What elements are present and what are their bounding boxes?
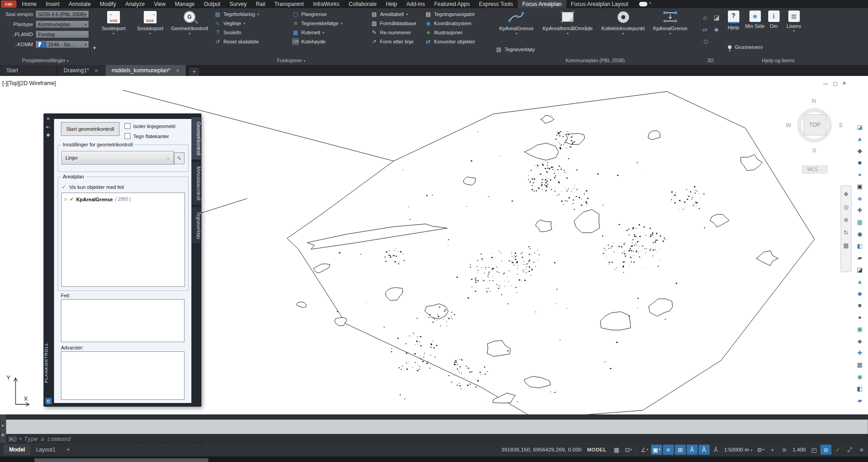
plangrense-button[interactable]: ▢ Plangrense <box>292 10 342 19</box>
tegningsnavigator-button[interactable]: ▤ Tegningsnavigator <box>425 10 475 19</box>
menu-item[interactable]: Featured Apps <box>429 0 474 8</box>
side-tool-icon[interactable]: ■ <box>858 159 862 166</box>
chevron-down-icon[interactable]: ▾ <box>649 1 651 8</box>
rutenett-button[interactable]: ▦ Rutenett▾ <box>292 28 342 37</box>
konverter-objekter-button[interactable]: ⇄ Konverter objekter <box>425 37 475 46</box>
kotehoyde-button[interactable]: 1.23 Kotehøyde <box>292 37 342 46</box>
side-tool-icon[interactable]: ▦ <box>857 219 863 226</box>
close-icon[interactable]: ✕ <box>46 116 50 121</box>
3d-tool-icon[interactable]: ◇ <box>702 37 710 45</box>
isolate-objects-icon[interactable]: ⊘ <box>820 445 831 455</box>
3d-tool-icon[interactable]: ◪ <box>712 13 721 21</box>
expand-icon[interactable]: ▷ <box>65 197 67 201</box>
window-control-icon[interactable]: ✕ <box>842 81 846 86</box>
sosi-versjon-select[interactable]: SOSI 4.5 (PBL 2008) ▾ <box>36 11 89 18</box>
model-space-toggle[interactable]: MODEL <box>587 447 606 452</box>
tab-layout1[interactable]: Layout1 <box>31 444 61 455</box>
isoler-linjegeometri-checkbox[interactable]: Isoler linjegeometri <box>125 123 175 129</box>
menu-item[interactable]: Output <box>199 0 225 8</box>
reset-skalaliste-button[interactable]: ↺ Reset skalaliste <box>214 37 259 46</box>
tegn-flatekanter-checkbox[interactable]: Tegn flatekanter <box>125 133 169 139</box>
advarsler-list[interactable] <box>61 351 184 400</box>
menu-item[interactable]: Manage <box>170 0 199 8</box>
object-snap-tracking-icon[interactable]: ≡ <box>663 445 674 455</box>
min-side-button[interactable]: ☻ Min Side <box>743 11 766 29</box>
settings-icon[interactable]: ⚙▾ <box>755 445 766 455</box>
tegnforklaring-button[interactable]: ▤ Tegnforklaring▾ <box>214 10 259 19</box>
side-tool-icon[interactable]: ✚ <box>857 207 863 214</box>
sosiimport-button[interactable]: →SOS Sosiimport ▾ <box>94 10 133 36</box>
panel-title-3d[interactable]: 3D <box>707 57 714 64</box>
side-tool-icon[interactable]: ▰ <box>857 254 862 261</box>
snap-icon[interactable]: ⊡▾ <box>623 445 634 455</box>
menu-item[interactable]: Rail <box>251 0 270 8</box>
side-tool-icon[interactable]: ◆ <box>857 290 862 297</box>
side-tool-icon[interactable]: ◧ <box>857 242 863 249</box>
side-tool-icon[interactable]: ▲ <box>857 278 863 285</box>
annotation-scale-icon[interactable]: Å <box>711 445 722 455</box>
nav-tool-icon[interactable]: ❖ <box>843 191 849 198</box>
clean-screen-icon[interactable]: ⤢ <box>844 445 855 455</box>
grid-icon[interactable]: ▦ <box>611 445 622 455</box>
navigation-bar[interactable]: ❖◎⊕↻▦ <box>841 185 852 272</box>
nav-tool-icon[interactable]: ▦ <box>843 242 849 249</box>
menu-item[interactable]: Focus Arealplan <box>518 0 566 8</box>
panel-title-kommuneplan[interactable]: Kommuneplan (PBL 2008) <box>565 57 624 64</box>
re-nummerer-button[interactable]: ✎ Re-nummerer <box>371 28 417 37</box>
annotation-visibility-icon[interactable]: Å <box>687 445 698 455</box>
compass-north[interactable]: N <box>812 97 816 104</box>
palette-grip[interactable]: ✕ ⇤ ✱ PLANKONTROLL C <box>43 113 54 407</box>
side-tool-icon[interactable]: ◪ <box>857 266 863 273</box>
side-tool-icon[interactable]: ◆ <box>857 147 862 154</box>
chevron-down-icon[interactable]: ▾ <box>20 437 22 441</box>
tools-icon[interactable]: ⚙ <box>1 433 5 437</box>
menu-item[interactable]: Collaborate <box>344 0 381 8</box>
kparealgrense-layout-button[interactable]: KpArealGrense ▾ <box>651 10 690 36</box>
side-tool-icon[interactable]: ▦ <box>857 361 863 368</box>
customization-icon[interactable]: ≡ <box>856 445 867 455</box>
new-drawing-tab-button[interactable]: + <box>189 68 199 76</box>
object-snap-icon[interactable]: ▣▾ <box>651 445 662 455</box>
sosiinfo-button[interactable]: ? Sosiinfo <box>214 28 259 37</box>
tegneverktoy-button[interactable]: ▨ Tegneverktøy <box>495 45 535 54</box>
palette-tab[interactable]: Geometrikontroll <box>191 117 201 160</box>
pin-icon[interactable]: ⇤ <box>46 124 50 129</box>
menu-item[interactable]: Analyze <box>120 0 149 8</box>
command-grip[interactable]: ✕ ⚙ <box>0 414 6 443</box>
drawing-tab[interactable]: middels_kommuneplan*✕ <box>105 65 186 76</box>
side-tool-icon[interactable]: ◉ <box>857 373 862 380</box>
close-icon[interactable]: ✕ <box>94 68 98 73</box>
side-tool-icon[interactable]: ▰ <box>857 397 862 404</box>
planid-input[interactable]: Forslag <box>36 31 89 38</box>
kollektivknutepunkt-button[interactable]: Kollektivknutepunkt ▾ <box>597 10 649 36</box>
menu-item[interactable]: Focus Arealplan Layout <box>566 0 633 8</box>
menu-item[interactable]: View <box>149 0 170 8</box>
menu-item[interactable]: Modify <box>95 0 120 8</box>
workspace-icon[interactable]: ◰ <box>808 445 819 455</box>
viewport-scale[interactable]: 1:50000 m ▾ <box>724 447 753 452</box>
panel-title-prosjektinnstillinger[interactable]: Prosjektinnstillinger ▾ <box>22 57 69 64</box>
illustrasjoner-button[interactable]: ♣ Illustrasjoner <box>425 28 475 37</box>
tab-start[interactable]: Start <box>0 65 57 76</box>
palette-tab[interactable]: Metadatakontroll <box>191 161 201 205</box>
coordinates-readout[interactable]: 391836.150, 6956429.269, 0.000 <box>501 447 581 452</box>
grunnerverv-button[interactable]: Grunnerverv <box>728 44 763 50</box>
feil-list[interactable] <box>61 299 184 342</box>
isodraft-icon[interactable]: ∠▾ <box>639 445 650 455</box>
annotation-scale-value[interactable]: 1.400 <box>792 447 806 452</box>
side-tool-icon[interactable]: ◈ <box>857 195 862 202</box>
menu-item[interactable]: Express Tools <box>474 0 517 8</box>
tab-model[interactable]: Model <box>4 444 31 455</box>
side-tool-icon[interactable]: ✚ <box>857 349 863 356</box>
side-tool-icon[interactable]: ● <box>858 314 862 321</box>
side-toolbar[interactable]: ◪▲◆■●▣◈✚▦◉◧▰◪▲◆■●▣◈✚▦◉◧▰ <box>853 124 866 404</box>
menu-item[interactable]: Transparent <box>270 0 308 8</box>
drawing-tab[interactable]: Drawing1*✕ <box>57 65 105 76</box>
nav-tool-icon[interactable]: ◎ <box>843 204 848 210</box>
cloud-icon[interactable] <box>639 2 647 6</box>
command-input[interactable]: >_ ▾ Type a command <box>6 435 868 443</box>
komm-select[interactable]: 1546 - Sa... ▾ <box>36 41 89 48</box>
layers-icon[interactable]: ≋ <box>779 445 790 455</box>
close-icon[interactable]: ✕ <box>1 424 5 428</box>
menu-item[interactable]: Help <box>381 0 402 8</box>
